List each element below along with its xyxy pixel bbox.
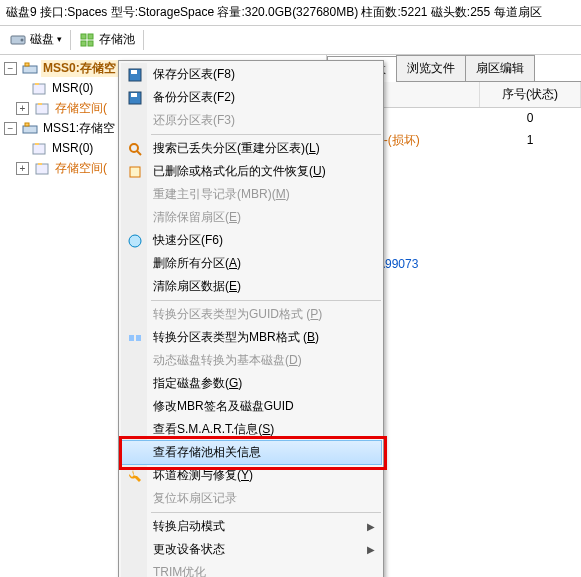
svg-rect-7 <box>25 63 29 66</box>
collapse-icon[interactable]: − <box>4 62 17 75</box>
partition-icon <box>31 81 47 97</box>
col-status: 序号(状态) <box>480 82 581 107</box>
svg-rect-10 <box>36 104 48 114</box>
svg-rect-27 <box>136 335 141 341</box>
menu-device-status[interactable]: 更改设备状态▶ <box>121 538 381 561</box>
save-icon <box>127 67 143 83</box>
submenu-arrow-icon: ▶ <box>367 543 375 557</box>
convert-icon <box>127 330 143 346</box>
node-label: MSS1:存储空 <box>41 120 117 137</box>
pool-icon <box>79 32 95 48</box>
cell-status: 0 <box>479 108 581 129</box>
partition-icon <box>34 101 50 117</box>
svg-rect-15 <box>35 143 39 145</box>
svg-point-22 <box>130 144 138 152</box>
info-bar: 磁盘9 接口:Spaces 型号:StorageSpace 容量:320.0GB… <box>0 0 581 26</box>
menu-smart-info[interactable]: 查看S.M.A.R.T.信息(S) <box>121 418 381 441</box>
menu-modify-mbr-guid[interactable]: 修改MBR签名及磁盘GUID <box>121 395 381 418</box>
svg-rect-2 <box>81 34 86 39</box>
svg-point-25 <box>129 235 141 247</box>
menu-clear-sector[interactable]: 清除扇区数据(E) <box>121 275 381 298</box>
disk-dropdown[interactable]: 磁盘 ▾ <box>4 28 68 51</box>
svg-rect-11 <box>38 103 42 105</box>
svg-rect-8 <box>33 84 45 94</box>
menu-quick-partition[interactable]: 快速分区(F6) <box>121 229 381 252</box>
submenu-arrow-icon: ▶ <box>367 520 375 534</box>
node-label: 存储空间( <box>53 100 109 117</box>
svg-rect-24 <box>130 167 140 177</box>
svg-rect-19 <box>131 70 137 74</box>
svg-rect-26 <box>129 335 134 341</box>
expand-icon[interactable]: + <box>16 162 29 175</box>
menu-trim[interactable]: TRIM优化 <box>121 561 381 577</box>
svg-line-23 <box>137 151 141 155</box>
menu-boot-mode[interactable]: 转换启动模式▶ <box>121 515 381 538</box>
drive-icon <box>22 61 38 77</box>
separator <box>143 30 144 50</box>
svg-rect-21 <box>131 93 137 97</box>
svg-rect-13 <box>25 123 29 126</box>
chevron-down-icon: ▾ <box>57 33 62 46</box>
menu-dynamic-to-basic[interactable]: 动态磁盘转换为基本磁盘(D) <box>121 349 381 372</box>
svg-rect-9 <box>35 83 39 85</box>
search-icon <box>127 141 143 157</box>
svg-rect-4 <box>81 41 86 46</box>
menu-reset-bad[interactable]: 复位坏扇区记录 <box>121 487 381 510</box>
menu-bad-sector[interactable]: 坏道检测与修复(Y) <box>121 464 381 487</box>
menu-disk-params[interactable]: 指定磁盘参数(G) <box>121 372 381 395</box>
svg-rect-3 <box>88 34 93 39</box>
pool-label: 存储池 <box>99 31 135 48</box>
menu-save-partition-table[interactable]: 保存分区表(F8) <box>121 63 381 86</box>
menu-rebuild-mbr[interactable]: 重建主引导记录(MBR)(M) <box>121 183 381 206</box>
menu-backup-partition-table[interactable]: 备份分区表(F2) <box>121 86 381 109</box>
partition-icon <box>31 141 47 157</box>
menu-to-mbr[interactable]: 转换分区表类型为MBR格式 (B) <box>121 326 381 349</box>
disk-label: 磁盘 <box>30 31 54 48</box>
pool-button[interactable]: 存储池 <box>73 28 141 51</box>
svg-rect-12 <box>23 126 37 133</box>
toolbar: 磁盘 ▾ 存储池 <box>0 26 581 55</box>
backup-icon <box>127 90 143 106</box>
partition-icon <box>34 161 50 177</box>
svg-rect-14 <box>33 144 45 154</box>
menu-recover-files[interactable]: 已删除或格式化后的文件恢复(U) <box>121 160 381 183</box>
context-menu: 保存分区表(F8) 备份分区表(F2) 还原分区表(F3) 搜索已丢失分区(重建… <box>118 60 384 577</box>
menu-to-guid[interactable]: 转换分区表类型为GUID格式 (P) <box>121 303 381 326</box>
disk-icon <box>10 32 26 48</box>
svg-point-1 <box>21 38 24 41</box>
recover-icon <box>127 164 143 180</box>
node-label: MSR(0) <box>50 80 95 97</box>
svg-rect-6 <box>23 66 37 73</box>
menu-restore-partition-table[interactable]: 还原分区表(F3) <box>121 109 381 132</box>
separator <box>70 30 71 50</box>
menu-search-lost-partition[interactable]: 搜索已丢失分区(重建分区表)(L) <box>121 137 381 160</box>
drive-icon <box>22 121 38 137</box>
wrench-icon <box>127 468 143 484</box>
svg-rect-16 <box>36 164 48 174</box>
tab-sector-edit[interactable]: 扇区编辑 <box>465 55 535 81</box>
node-label: MSS0:存储空 <box>41 60 118 77</box>
node-label: MSR(0) <box>50 140 95 157</box>
menu-delete-all[interactable]: 删除所有分区(A) <box>121 252 381 275</box>
tab-browse-files[interactable]: 浏览文件 <box>396 55 466 81</box>
svg-rect-17 <box>38 163 42 165</box>
menu-storage-pool-info[interactable]: 查看存储池相关信息 <box>120 440 382 465</box>
node-label: 存储空间( <box>53 160 109 177</box>
collapse-icon[interactable]: − <box>4 122 17 135</box>
expand-icon[interactable]: + <box>16 102 29 115</box>
cell-status: 1 <box>479 130 581 151</box>
svg-rect-5 <box>88 41 93 46</box>
menu-clear-reserved[interactable]: 清除保留扇区(E) <box>121 206 381 229</box>
partition-icon <box>127 233 143 249</box>
